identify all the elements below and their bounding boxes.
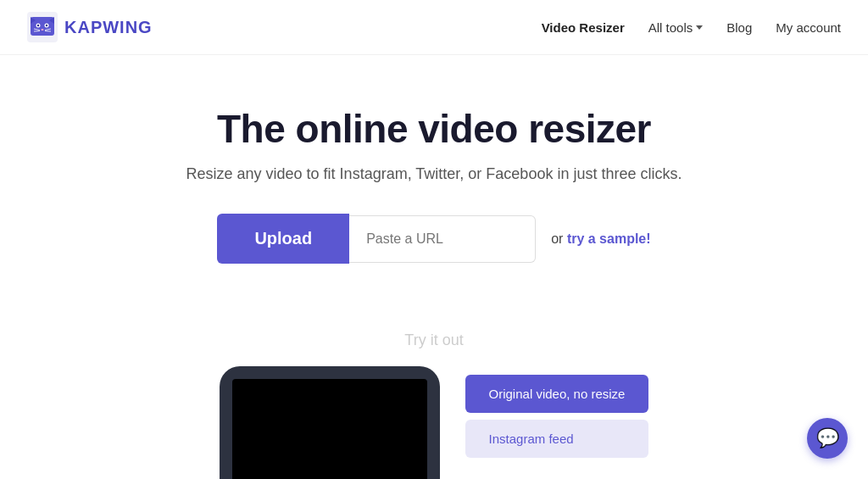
chat-button[interactable]: 💬 (807, 418, 848, 459)
svg-point-7 (46, 25, 47, 26)
nav-links: Video Resizer All tools Blog My account (542, 20, 841, 35)
svg-point-6 (37, 25, 39, 26)
phone-mockup (220, 366, 440, 479)
upload-row: Upload or try a sample! (17, 214, 851, 264)
try-sample-link[interactable]: try a sample! (567, 231, 651, 246)
options-panel: Original video, no resize Instagram feed (465, 366, 649, 458)
nav-link-all-tools[interactable]: All tools (648, 20, 704, 35)
chat-icon: 💬 (816, 429, 839, 448)
try-section: Try it out Original video, no resize Ins… (0, 315, 868, 479)
logo-icon (27, 12, 58, 42)
upload-button[interactable]: Upload (217, 214, 349, 264)
svg-point-8 (42, 29, 44, 31)
nav-link-blog[interactable]: Blog (726, 20, 752, 35)
logo-text: KAPWING (64, 18, 153, 37)
nav-link-video-resizer[interactable]: Video Resizer (542, 20, 625, 35)
hero-subtitle: Resize any video to fit Instagram, Twitt… (17, 165, 851, 183)
chevron-down-icon (696, 25, 703, 30)
url-input[interactable] (349, 215, 536, 263)
option-original-video[interactable]: Original video, no resize (465, 375, 649, 413)
option-instagram-feed[interactable]: Instagram feed (465, 420, 649, 458)
try-label: Try it out (17, 331, 851, 349)
svg-line-12 (45, 31, 51, 32)
hero-title: The online video resizer (17, 106, 851, 152)
phone-screen (232, 379, 427, 479)
logo-link[interactable]: KAPWING (27, 12, 153, 42)
navbar: KAPWING Video Resizer All tools Blog My … (0, 0, 868, 55)
svg-line-10 (34, 31, 40, 32)
demo-area: Original video, no resize Instagram feed (17, 366, 851, 479)
hero-section: The online video resizer Resize any vide… (0, 55, 868, 315)
nav-link-my-account[interactable]: My account (776, 20, 841, 35)
or-sample-text: or try a sample! (551, 231, 650, 247)
